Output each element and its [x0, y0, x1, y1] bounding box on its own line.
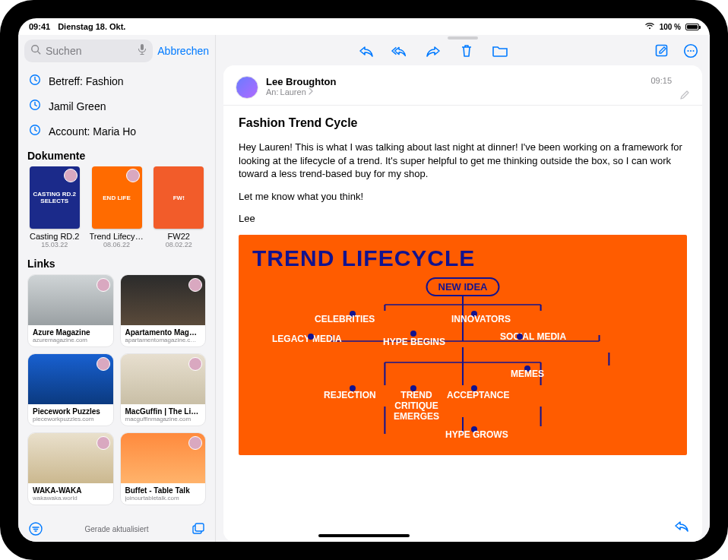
link-thumb — [121, 354, 206, 404]
recent-icon — [29, 124, 41, 138]
link-title: Apartamento Maga… — [125, 328, 201, 337]
sender-name[interactable]: Lee Broughton — [266, 76, 690, 87]
svg-rect-8 — [195, 524, 204, 531]
sidebar-footer: Gerade aktualisiert — [18, 514, 215, 542]
compose-window-icon[interactable] — [189, 520, 206, 537]
svg-line-1 — [38, 52, 40, 54]
sidebar: Suchen Abbrechen Betreff: Fashion — [18, 35, 216, 542]
reply-icon[interactable] — [358, 43, 375, 59]
link-url: joinourtabletalk.com — [125, 495, 201, 501]
message-text: Hey Lauren! This is what I was talking a… — [239, 141, 687, 226]
document-item[interactable]: CASTING RD.2 SELECTS Casting RD.2 15.03.… — [27, 166, 82, 248]
svg-point-11 — [687, 50, 688, 52]
status-date: Dienstag 18. Okt. — [58, 22, 125, 31]
quick-reply-icon[interactable] — [673, 517, 690, 534]
toolbar — [216, 40, 710, 65]
document-title: FW22 — [152, 232, 207, 241]
svg-rect-2 — [141, 44, 144, 50]
link-card[interactable]: WAKA-WAKAwakawaka.world — [27, 432, 114, 505]
search-icon — [30, 44, 41, 58]
forward-icon[interactable] — [425, 43, 442, 59]
graphic-node-celebrities: CELEBRITIES — [315, 314, 375, 324]
trash-icon[interactable] — [458, 43, 475, 59]
links-grid: Azure Magazineazuremagazine.com Apartame… — [18, 273, 215, 511]
avatar — [97, 278, 110, 292]
wifi-icon — [644, 22, 655, 31]
graphic-node-social-media: SOCIAL MEDIA — [500, 331, 566, 342]
graphic-node-rejection: REJECTION — [324, 390, 376, 400]
compose-icon[interactable] — [654, 43, 670, 59]
status-time: 09:41 — [29, 22, 50, 31]
search-input[interactable]: Suchen — [24, 40, 153, 62]
suggestion-item[interactable]: Jamil Green — [18, 93, 215, 119]
graphic-node-legacy-media: LEGACY MEDIA — [272, 334, 342, 344]
avatar — [97, 357, 110, 371]
document-item[interactable]: END LIFE Trend Lifecycle 08.06.22 — [90, 166, 144, 248]
suggestion-item[interactable]: Betreff: Fashion — [18, 68, 215, 93]
home-indicator[interactable] — [318, 534, 410, 537]
link-url: pieceworkpuzzles.com — [33, 416, 109, 422]
document-date: 08.06.22 — [103, 241, 130, 248]
chevron-right-icon — [308, 87, 314, 96]
body-paragraph: Hey Lauren! This is what I was talking a… — [239, 141, 687, 181]
svg-rect-9 — [657, 46, 667, 56]
mic-icon[interactable] — [138, 43, 147, 59]
documents-header: Dokumente — [18, 145, 215, 165]
link-thumb — [28, 433, 113, 483]
link-url: macguffinmagazine.com — [125, 416, 201, 422]
link-url: apartamentomagazine.c… — [125, 337, 201, 343]
avatar — [97, 436, 110, 450]
sidebar-status: Gerade aktualisiert — [85, 525, 149, 533]
document-title: Casting RD.2 — [27, 232, 82, 241]
message-body: Fashion Trend Cycle Hey Lauren! This is … — [223, 106, 702, 455]
document-thumb: END LIFE — [92, 166, 142, 229]
move-folder-icon[interactable] — [492, 43, 508, 59]
document-thumb: FW! — [154, 166, 204, 229]
recent-icon — [29, 74, 41, 88]
document-item[interactable]: FW! FW22 08.02.22 — [152, 166, 207, 248]
link-thumb — [121, 275, 206, 325]
to-line[interactable]: An: Lauren — [266, 87, 690, 96]
document-thumb: CASTING RD.2 SELECTS — [30, 166, 80, 229]
avatar — [188, 278, 202, 292]
link-thumb — [121, 433, 206, 483]
link-card[interactable]: Azure Magazineazuremagazine.com — [27, 274, 114, 347]
battery-percent: 100 % — [660, 23, 681, 31]
document-date: 08.02.22 — [166, 241, 192, 248]
link-url: wakawaka.world — [33, 495, 109, 501]
search-suggestions: Betreff: Fashion Jamil Green Account: Ma… — [18, 67, 215, 145]
battery-icon — [685, 24, 699, 30]
document-date: 15.03.22 — [41, 241, 68, 248]
link-title: Piecework Puzzles — [33, 407, 109, 416]
reply-all-icon[interactable] — [391, 43, 408, 59]
filter-icon[interactable] — [27, 520, 44, 537]
sender-avatar[interactable] — [236, 76, 258, 99]
message-card: Lee Broughton An: Lauren 09:15 — [223, 65, 702, 542]
svg-point-13 — [692, 50, 694, 52]
to-name: Lauren — [280, 87, 306, 96]
document-title: Trend Lifecycle — [90, 232, 144, 241]
svg-point-12 — [690, 50, 692, 52]
graphic-node-memes: MEMES — [511, 369, 544, 379]
link-title: Buffet - Table Talk — [125, 486, 201, 495]
graphic-node-innovators: INNOVATORS — [451, 314, 511, 324]
search-placeholder: Suchen — [46, 45, 133, 57]
message-subject: Fashion Trend Cycle — [239, 116, 687, 130]
annotate-icon[interactable] — [679, 90, 690, 103]
avatar — [188, 357, 202, 371]
suggestion-item[interactable]: Account: Maria Ho — [18, 119, 215, 144]
suggestion-label: Betreff: Fashion — [49, 75, 124, 87]
graphic-node-hype-begins: HYPE BEGINS — [383, 337, 445, 347]
link-card[interactable]: Apartamento Maga…apartamentomagazine.c… — [120, 274, 207, 347]
main-pane: Lee Broughton An: Lauren 09:15 — [216, 35, 710, 542]
to-label: An: — [266, 87, 279, 96]
suggestion-label: Account: Maria Ho — [49, 125, 136, 138]
cancel-button[interactable]: Abbrechen — [157, 45, 209, 57]
link-card[interactable]: MacGuffin | The Lif…macguffinmagazine.co… — [120, 353, 207, 426]
link-card[interactable]: Piecework Puzzlespieceworkpuzzles.com — [27, 353, 114, 426]
link-url: azuremagazine.com — [33, 337, 109, 343]
message-header: Lee Broughton An: Lauren 09:15 — [223, 65, 702, 106]
more-icon[interactable] — [682, 43, 699, 59]
documents-row: CASTING RD.2 SELECTS Casting RD.2 15.03.… — [18, 165, 215, 253]
link-card[interactable]: Buffet - Table Talkjoinourtabletalk.com — [120, 432, 207, 505]
